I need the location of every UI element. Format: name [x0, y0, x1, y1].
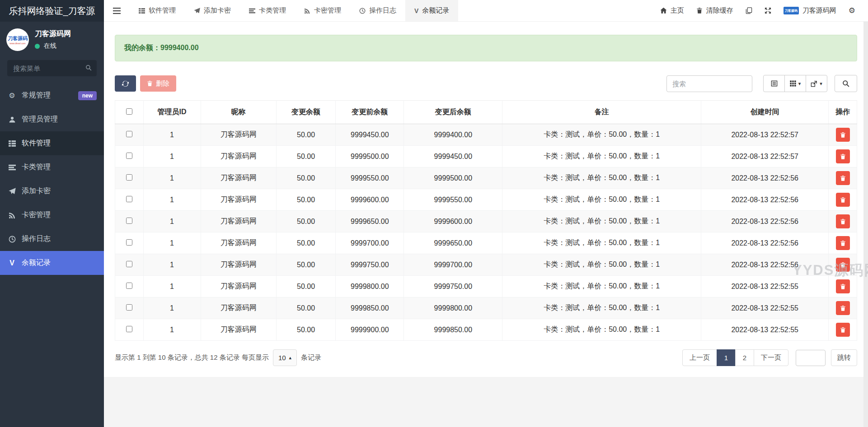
cell-change: 50.00 [277, 146, 336, 167]
row-checkbox[interactable] [126, 261, 132, 267]
avatar-logo-text: 刀客源码 [8, 35, 28, 42]
row-checkbox[interactable] [126, 304, 132, 311]
sidebar-item-general[interactable]: ⚙ 常规管理 new [0, 84, 104, 107]
row-checkbox[interactable] [126, 218, 132, 224]
sidebar-search-input[interactable] [7, 60, 97, 76]
tab-card-types[interactable]: 卡类管理 [240, 0, 295, 21]
tab-software[interactable]: 软件管理 [130, 0, 185, 21]
cell-after: 9999700.00 [404, 254, 502, 276]
user-name: 刀客源码网 [35, 29, 71, 39]
row-checkbox[interactable] [126, 196, 132, 202]
cell-after: 9999400.00 [404, 124, 502, 146]
hamburger-icon[interactable] [104, 0, 130, 21]
cell-nickname: 刀客源码网 [201, 276, 276, 297]
cell-before: 9999850.00 [336, 297, 404, 319]
page-jump-button[interactable]: 跳转 [831, 349, 857, 366]
detail-view-button[interactable] [763, 75, 785, 92]
table-search-input[interactable] [666, 75, 752, 92]
tab-balance-records[interactable]: V 余额记录 [405, 0, 458, 21]
settings-gears-icon[interactable]: ⚙ [849, 6, 855, 15]
table-row: 1 刀客源码网 50.00 9999750.00 9999700.00 卡类：测… [115, 254, 857, 276]
page-button-1[interactable]: 1 [717, 349, 736, 366]
refresh-button[interactable] [115, 75, 136, 92]
cell-created: 2022-08-13 22:52:55 [701, 276, 829, 297]
next-page-button[interactable]: 下一页 [754, 349, 788, 366]
site-link[interactable]: 刀客源码 刀客源码网 [784, 6, 836, 15]
cell-actions [829, 319, 857, 341]
sidebar-search [7, 60, 97, 76]
cell-before: 9999700.00 [336, 232, 404, 254]
advanced-search-button[interactable] [835, 75, 857, 92]
row-delete-button[interactable] [836, 128, 850, 142]
cell-actions [829, 232, 857, 254]
home-link[interactable]: 主页 [660, 6, 684, 15]
sidebar-item-add-cards[interactable]: 添加卡密 [0, 179, 104, 203]
tab-logs[interactable]: 操作日志 [350, 0, 405, 21]
search-icon [85, 65, 92, 71]
row-delete-button[interactable] [836, 258, 850, 272]
row-delete-button[interactable] [836, 149, 850, 163]
table-row: 1 刀客源码网 50.00 9999850.00 9999800.00 卡类：测… [115, 297, 857, 319]
cell-remark: 卡类：测试，单价：50.00，数量：1 [502, 211, 701, 232]
row-select-cell [115, 254, 144, 276]
table-row: 1 刀客源码网 50.00 9999550.00 9999500.00 卡类：测… [115, 167, 857, 189]
page-jump-input[interactable] [796, 350, 826, 366]
cell-admin-id: 1 [143, 254, 201, 276]
row-delete-button[interactable] [836, 279, 850, 293]
fullscreen-icon[interactable] [765, 7, 771, 14]
tab-card-keys[interactable]: 卡密管理 [295, 0, 350, 21]
cell-after: 9999450.00 [404, 146, 502, 167]
page-button-2[interactable]: 2 [735, 349, 754, 366]
sidebar-item-admins[interactable]: 管理员管理 [0, 107, 104, 131]
sidebar-item-card-types[interactable]: 卡类管理 [0, 155, 104, 179]
sidebar-item-software[interactable]: 软件管理 [0, 131, 104, 155]
page-size-dropdown[interactable]: 10 ▴ [273, 349, 297, 366]
row-checkbox[interactable] [126, 131, 132, 137]
sidebar-item-balance-records[interactable]: V 余额记录 [0, 251, 104, 275]
scrollbar[interactable] [863, 22, 868, 427]
row-delete-button[interactable] [836, 323, 850, 337]
row-checkbox[interactable] [126, 174, 132, 181]
row-delete-button[interactable] [836, 171, 850, 185]
row-delete-button[interactable] [836, 301, 850, 315]
refresh-icon [122, 80, 129, 87]
cell-change: 50.00 [277, 189, 336, 211]
select-all-checkbox[interactable] [126, 108, 132, 115]
table-row: 1 刀客源码网 50.00 9999800.00 9999750.00 卡类：测… [115, 276, 857, 297]
sidebar-item-label: 余额记录 [22, 258, 51, 268]
rss-icon [304, 8, 310, 14]
row-delete-button[interactable] [836, 193, 850, 207]
row-checkbox[interactable] [126, 283, 132, 289]
row-checkbox[interactable] [126, 153, 132, 159]
sidebar-item-label: 卡类管理 [22, 162, 51, 172]
trash-icon [840, 305, 846, 311]
cell-change: 50.00 [277, 276, 336, 297]
trash-icon [840, 175, 846, 181]
sidebar-item-logs[interactable]: 操作日志 [0, 227, 104, 251]
row-delete-button[interactable] [836, 214, 850, 228]
row-checkbox[interactable] [126, 239, 132, 246]
tab-add-cards[interactable]: 添加卡密 [185, 0, 240, 21]
row-delete-button[interactable] [836, 236, 850, 250]
bars-icon [7, 164, 17, 171]
cell-admin-id: 1 [143, 319, 201, 341]
balance-records-table: 管理员ID 昵称 变更余额 变更前余额 变更后余额 备注 创建时间 操作 1 刀… [115, 100, 857, 341]
clear-cache-link[interactable]: 清除缓存 [696, 6, 733, 15]
th-list-icon [139, 8, 145, 14]
table-header-row: 管理员ID 昵称 变更余额 变更前余额 变更后余额 备注 创建时间 操作 [115, 101, 857, 124]
trash-icon [840, 153, 846, 160]
export-button[interactable]: ▾ [806, 75, 827, 92]
columns-button[interactable]: ▾ [784, 75, 806, 92]
cell-nickname: 刀客源码网 [201, 167, 276, 189]
pagination-info-suffix: 条记录 [301, 353, 321, 362]
row-checkbox[interactable] [126, 326, 132, 332]
col-after: 变更后余额 [404, 101, 502, 124]
balance-alert: 我的余额：9999400.00 [115, 35, 857, 61]
prev-page-button[interactable]: 上一页 [682, 349, 717, 366]
cell-created: 2022-08-13 22:52:56 [701, 254, 829, 276]
main-area: 软件管理 添加卡密 卡类管理 卡密管理 操作日志 [104, 0, 868, 427]
copy-icon[interactable] [746, 7, 752, 14]
cell-admin-id: 1 [143, 124, 201, 146]
sidebar-item-card-keys[interactable]: 卡密管理 [0, 203, 104, 227]
delete-button[interactable]: 删除 [140, 75, 176, 92]
